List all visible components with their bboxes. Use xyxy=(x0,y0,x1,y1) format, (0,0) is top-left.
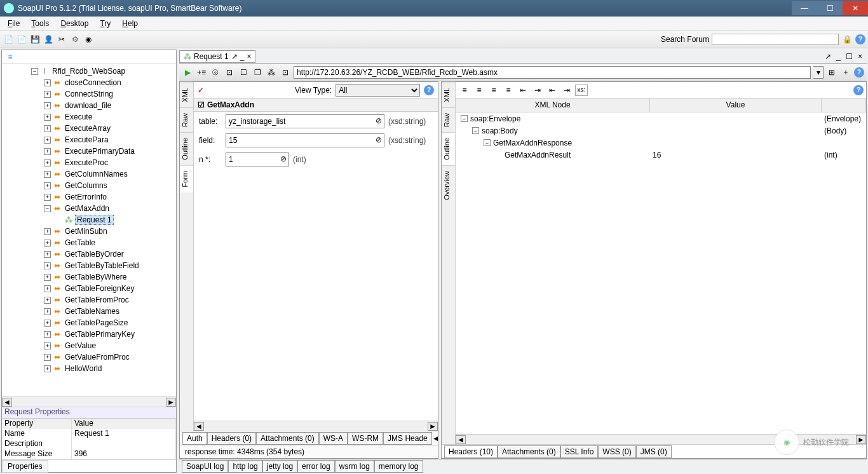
tree-item[interactable]: −⬌GetMaxAddn xyxy=(2,203,176,214)
clear-icon[interactable]: ⊘ xyxy=(280,154,287,163)
menu-tools[interactable]: Tools xyxy=(26,18,54,29)
scroll-left-icon[interactable]: ◄ xyxy=(2,398,12,407)
prop-row[interactable]: Message Size396 xyxy=(2,449,176,459)
expander-icon[interactable]: + xyxy=(44,125,51,132)
editor-tab-min-icon[interactable]: _ xyxy=(240,52,245,61)
minimize-button[interactable]: — xyxy=(792,1,817,15)
side-tab-xml[interactable]: XML xyxy=(442,82,455,107)
prop-row[interactable]: NameRequest 1 xyxy=(2,429,176,439)
toolbar-icon-8[interactable]: + xyxy=(840,67,851,78)
resp-tb-2[interactable]: ≡ xyxy=(473,85,485,96)
expander-icon[interactable]: + xyxy=(44,262,51,269)
expander-icon[interactable]: + xyxy=(44,182,51,189)
tree-item[interactable]: +⬌GetErrorInfo xyxy=(2,191,176,203)
resp-tb-5[interactable]: ⇤ xyxy=(517,85,529,96)
view-help-icon[interactable]: ? xyxy=(424,85,434,95)
maximize-button[interactable]: ☐ xyxy=(817,1,843,15)
tree-item[interactable]: +⬌ExecuteProc xyxy=(2,157,176,168)
expander-icon[interactable]: + xyxy=(44,159,51,166)
toolbar-icon-3[interactable]: ☐ xyxy=(238,67,249,78)
tree-request[interactable]: ⁂Request 1 xyxy=(2,214,176,226)
expander-icon[interactable]: + xyxy=(44,285,51,292)
help-icon[interactable]: ? xyxy=(855,34,865,44)
tree-item[interactable]: +⬌GetTableNames xyxy=(2,306,176,317)
resp-btab[interactable]: WSS (0) xyxy=(598,445,635,458)
resp-help-icon[interactable]: ? xyxy=(853,85,864,95)
expander-icon[interactable]: + xyxy=(44,320,51,327)
check-icon[interactable]: ◉ xyxy=(83,34,94,45)
expander-icon[interactable]: + xyxy=(44,297,51,304)
tree-item[interactable]: +⬌GetTablePageSize xyxy=(2,317,176,328)
save-icon[interactable]: 💾 xyxy=(29,34,41,45)
resp-row[interactable]: −soap:Body(Body) xyxy=(456,125,866,137)
tree-item[interactable]: +⬌GetMinSubn xyxy=(2,226,176,237)
editor-tab-request1[interactable]: ⁂ Request 1 ↗ _ × xyxy=(179,50,255,63)
expander-icon[interactable]: − xyxy=(461,115,468,122)
editor-close-icon[interactable]: × xyxy=(856,52,864,61)
scroll-right-icon[interactable]: ► xyxy=(856,435,866,444)
expander-icon[interactable]: + xyxy=(44,354,51,361)
toolbar-icon-7[interactable]: ⊞ xyxy=(826,67,837,78)
expander-icon[interactable]: + xyxy=(44,251,51,258)
resp-tb-6[interactable]: ⇥ xyxy=(531,85,544,96)
side-tab-overview[interactable]: Overview xyxy=(442,165,455,205)
editor-tab-undock-icon[interactable]: ↗ xyxy=(231,52,238,61)
tree-item[interactable]: +⬌HelloWorld xyxy=(2,363,176,374)
side-tab-raw[interactable]: Raw xyxy=(180,107,193,132)
req-btab[interactable]: WS-RM xyxy=(348,432,383,445)
tree-item[interactable]: +⬌download_file xyxy=(2,100,176,111)
field-input[interactable] xyxy=(226,133,384,147)
view-type-select[interactable]: All xyxy=(336,84,420,97)
expander-icon[interactable]: + xyxy=(44,274,51,281)
group-header[interactable]: ☑ GetMaxAddn xyxy=(194,98,438,112)
resp-row[interactable]: −GetMaxAddnResponse xyxy=(456,137,866,149)
tree-item[interactable]: +⬌ExecutePara xyxy=(2,134,176,146)
editor-tab-close-icon[interactable]: × xyxy=(247,52,251,61)
req-btab[interactable]: WS-A xyxy=(319,432,348,445)
expander-icon[interactable]: − xyxy=(31,68,38,75)
tree-collapse-icon[interactable]: ≡ xyxy=(4,51,16,63)
log-tab[interactable]: http log xyxy=(228,460,262,473)
toolbar-icon-4[interactable]: ❐ xyxy=(252,67,263,78)
tree-area[interactable]: −ⅠRfid_Rcdb_WebSoap+⬌closeConnection+⬌Co… xyxy=(2,64,176,396)
tree-item[interactable]: +⬌GetTableByOrder xyxy=(2,248,176,260)
scroll-left-icon[interactable]: ◄ xyxy=(456,435,466,444)
req-btab[interactable]: Attachments (0) xyxy=(256,432,319,445)
menu-try[interactable]: Try xyxy=(95,18,116,29)
expander-icon[interactable]: + xyxy=(44,137,51,144)
tree-item[interactable]: +⬌GetTable xyxy=(2,237,176,248)
expander-icon[interactable]: + xyxy=(44,114,51,121)
side-tab-outline[interactable]: Outline xyxy=(442,132,455,165)
expander-icon[interactable]: + xyxy=(44,365,51,372)
resp-tb-ns[interactable]: xs: xyxy=(575,85,588,96)
log-tab[interactable]: wsrm log xyxy=(335,460,374,473)
resp-tb-7[interactable]: ⇤ xyxy=(546,85,559,96)
editor-undock-icon[interactable]: ↗ xyxy=(823,52,833,61)
expander-icon[interactable]: + xyxy=(44,148,51,155)
resp-tb-8[interactable]: ⇥ xyxy=(560,85,573,96)
toolbar-icon-1[interactable]: ⦾ xyxy=(210,67,221,78)
tree-item[interactable]: +⬌Execute xyxy=(2,111,176,123)
resp-tb-1[interactable]: ≡ xyxy=(458,85,471,96)
field-input[interactable] xyxy=(226,152,289,166)
clear-icon[interactable]: ⊘ xyxy=(376,135,382,144)
run-button[interactable]: ▶ xyxy=(182,67,193,78)
menu-help[interactable]: Help xyxy=(117,18,143,29)
tree-item[interactable]: +⬌GetColumnNames xyxy=(2,168,176,180)
prop-row[interactable]: Description xyxy=(2,439,176,449)
expander-icon[interactable]: + xyxy=(44,240,51,247)
req-scroll-h[interactable]: ◄ ► xyxy=(194,421,438,431)
tree-item[interactable]: +⬌GetTablePrimaryKey xyxy=(2,328,176,340)
side-tab-xml[interactable]: XML xyxy=(180,82,193,107)
scroll-right-icon[interactable]: ► xyxy=(166,398,176,407)
tree-item[interactable]: +⬌ExecutePrimaryData xyxy=(2,146,176,157)
expander-icon[interactable]: − xyxy=(472,127,479,134)
toolbar-icon-5[interactable]: ⁂ xyxy=(266,67,277,78)
group-collapse-icon[interactable]: ☑ xyxy=(198,100,205,109)
expander-icon[interactable]: + xyxy=(44,331,51,338)
tree-item[interactable]: +⬌GetTableByWhere xyxy=(2,271,176,283)
user-icon[interactable]: 👤 xyxy=(43,34,54,45)
field-input[interactable] xyxy=(226,114,384,128)
expander-icon[interactable]: + xyxy=(44,102,51,109)
req-btab[interactable]: Auth xyxy=(182,432,207,445)
